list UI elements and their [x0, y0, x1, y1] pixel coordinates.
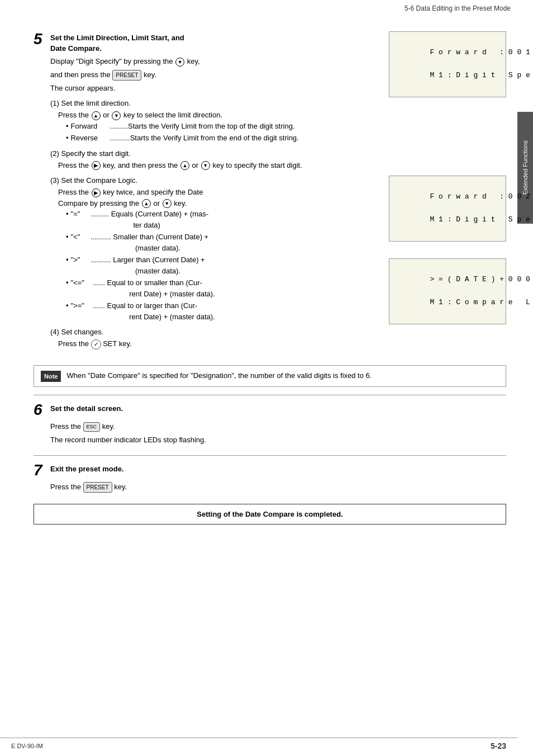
sub-step-2: (2) Specify the start digit. Press the ▶…: [50, 149, 378, 171]
sub3-desc5: key.: [174, 199, 187, 207]
compare-desc-1: Smaller than (Current Date) + (master da…: [113, 231, 208, 253]
sub2-desc4: key to specify the start digit.: [212, 161, 302, 169]
page-header: 5-6 Data Editing in the Preset Mode: [404, 4, 511, 12]
sub3-desc3: Compare by pressing the: [58, 199, 139, 207]
sub-step-2-desc: Press the ▶ key, and then press the ▲ or…: [58, 160, 378, 171]
compare-desc-2: Larger than (Current Date) + (master dat…: [113, 254, 204, 276]
compare-key-2: ">": [71, 254, 91, 266]
down-arrow-icon: ▼: [175, 58, 184, 67]
sub-step-4-title: (4) Set changes.: [50, 328, 378, 336]
sub2-desc1: Press the: [58, 161, 89, 169]
sub-step-4-desc: Press the ✓ SET key.: [58, 338, 378, 349]
sub-step-1-bullets: Forward ......... Starts the Verify Limi…: [66, 121, 378, 144]
step-5-displays: F o r w a r d : 0 0 1 : 0 0 6 M 1 : D i …: [389, 31, 506, 355]
down-arrow-icon3: ▼: [201, 161, 210, 170]
preset-key-2: PRESET: [83, 482, 112, 493]
preset-key: PRESET: [112, 70, 141, 81]
step-5-desc2: and then press the PRESET key.: [50, 69, 378, 81]
compare-bullet-lt: "<" .......... Smaller than (Current Dat…: [66, 231, 378, 253]
lcd-display-2: F o r w a r d : 0 0 2 : 0 0 6 M 1 : D i …: [389, 176, 506, 242]
bullet-forward: Forward ......... Starts the Verify Limi…: [66, 121, 378, 132]
step-6-number: 6: [34, 402, 46, 418]
chapter-sidebar: Extended Functions: [517, 112, 533, 224]
step-7-body: Press the PRESET key.: [50, 481, 506, 493]
compare-desc-0: Equals (Current Date) + (mas- ter data): [111, 209, 208, 230]
sub3-desc2: key twice, and specify the Date: [103, 188, 203, 196]
compare-bullet-gt: ">" .......... Larger than (Current Date…: [66, 254, 378, 276]
desc1-part1: Display "Digit Specify" by pressing the: [50, 57, 173, 65]
up-arrow-icon2: ▲: [180, 161, 189, 170]
bullet1-desc: Starts the Verify Limit from the top of …: [128, 121, 294, 132]
down-arrow-icon4: ▼: [163, 199, 172, 208]
compare-dots-4: ......: [91, 300, 105, 311]
step-5-title-line2: Date Compare.: [50, 44, 184, 53]
sub-step-1-desc: Press the ▲ or ▼ key to select the limit…: [58, 110, 378, 121]
step-6-body: Press the ESC key. The record number ind…: [50, 421, 506, 445]
lcd1-line1: F o r w a r d : 0 0 1 : 0 0 6: [430, 48, 533, 56]
compare-desc-4: Equal to or larger than (Cur- rent Date)…: [107, 300, 215, 322]
compare-dots-0: .........: [91, 209, 110, 220]
note-label: Note: [41, 371, 61, 382]
lcd3-line2: M 1 : C o m p a r e L o g i c: [430, 298, 533, 306]
step-6-section: 6 Set the detail screen. Press the ESC k…: [34, 402, 506, 445]
sub1-desc: Press the: [58, 111, 89, 119]
sub-step-3-title: (3) Set the Compare Logic.: [50, 176, 378, 185]
compare-dots-1: ..........: [91, 231, 111, 243]
bullet1-dots: .........: [110, 121, 129, 132]
step-7-number: 7: [34, 462, 46, 478]
compare-key-4: ">=": [71, 300, 91, 311]
step7-desc2-text: key.: [114, 483, 127, 491]
sub-step-4: (4) Set changes. Press the ✓ SET key.: [50, 328, 378, 349]
sub-step-1: (1) Set the limit direction. Press the ▲…: [50, 99, 378, 144]
compare-key-0: "=": [71, 209, 91, 220]
down-arrow-icon2: ▼: [112, 111, 121, 120]
compare-dots-3: ......: [91, 277, 105, 289]
compare-dots-2: ..........: [91, 254, 111, 266]
sub3-desc1: Press the: [58, 188, 89, 196]
step-7-header: 7 Exit the preset mode.: [34, 462, 506, 478]
note-box: Note When "Date Compare" is specified fo…: [34, 365, 506, 388]
lcd1-line2: M 1 : D i g i t S p e c i f y: [430, 71, 533, 79]
footer-left: E DV-90-IM: [11, 743, 43, 749]
sub1-desc3: key to select the limit direction.: [123, 111, 222, 119]
sub-step-3: (3) Set the Compare Logic. Press the ▶ k…: [50, 176, 378, 322]
header-text: 5-6 Data Editing in the Preset Mode: [404, 4, 511, 12]
sub-step-2-title: (2) Specify the start digit.: [50, 149, 378, 158]
step-5-number: 5: [34, 31, 46, 47]
step-6-title: Set the detail screen.: [50, 404, 123, 413]
sub4-desc1: Press the: [58, 339, 89, 348]
divider-2: [34, 455, 506, 456]
compare-bullet-gte: ">=" ...... Equal to or larger than (Cur…: [66, 300, 378, 322]
step-7-title: Exit the preset mode.: [50, 465, 123, 473]
right-arrow-icon2: ▶: [92, 188, 101, 197]
compare-bullet-lte: "<=" ...... Equal to or smaller than (Cu…: [66, 277, 378, 299]
lcd-display-3: > = ( D A T E ) + 0 0 0 1 0 M 1 : C o m …: [389, 258, 506, 324]
step-5-title-line1: Set the Limit Direction, Limit Start, an…: [50, 34, 184, 42]
sub2-desc2: key, and then press the: [103, 161, 178, 169]
bullet2-key: Reverse: [71, 133, 110, 144]
sub1-or: or: [103, 111, 110, 119]
step7-desc1-text: Press the: [50, 483, 81, 491]
sub4-key-label: SET: [103, 339, 117, 348]
completion-box: Setting of the Date Compare is completed…: [34, 504, 506, 525]
up-arrow-icon3: ▲: [142, 199, 151, 208]
step-6-desc3: The record number indicator LEDs stop fl…: [50, 434, 506, 446]
desc1-part2: key,: [187, 57, 200, 65]
set-icon: ✓: [91, 339, 101, 349]
sub-step-1-title: (1) Set the limit direction.: [50, 99, 378, 107]
desc1-part3: and then press the: [50, 70, 111, 79]
step-5-header: 5 Set the Limit Direction, Limit Start, …: [34, 31, 378, 53]
divider-1: [34, 395, 506, 395]
esc-key: ESC: [83, 422, 101, 432]
compare-key-3: "<=": [71, 277, 91, 289]
page-number: 5-23: [491, 741, 506, 750]
main-content: 5 Set the Limit Direction, Limit Start, …: [0, 20, 517, 541]
compare-key-1: "<": [71, 231, 91, 243]
note-text: When "Date Compare" is specified for "De…: [66, 370, 372, 381]
bullet2-dots: ..........: [110, 133, 130, 144]
sub2-or: or: [192, 161, 199, 169]
step-7-section: 7 Exit the preset mode. Press the PRESET…: [34, 462, 506, 493]
step-5-desc3: The cursor appears.: [50, 83, 378, 94]
step-5-text: 5 Set the Limit Direction, Limit Start, …: [34, 31, 378, 355]
step-6-header: 6 Set the detail screen.: [34, 402, 506, 418]
